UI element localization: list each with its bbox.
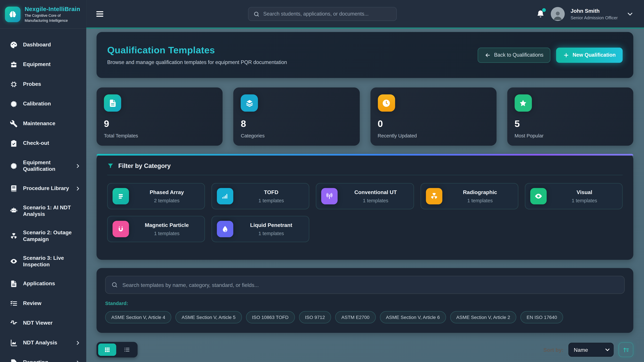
page-title: Qualification Templates: [107, 45, 287, 56]
stat-label: Total Templates: [104, 133, 215, 139]
sidebar-item-ndt-viewer[interactable]: NDT Viewer: [0, 314, 86, 332]
funnel-icon: [107, 162, 114, 169]
eye-icon: [10, 257, 18, 265]
header-right: John Smith Senior Admission Officer: [536, 7, 644, 21]
filter-by-category-panel: Filter by Category Phased Array 2 templa…: [96, 154, 634, 260]
eye-icon: [530, 188, 546, 204]
brand-subtitle: The Cognitive Core of Manufacturing Inte…: [25, 13, 73, 23]
sidebar-item-probes[interactable]: Probes: [0, 76, 86, 93]
clock-icon: [378, 94, 395, 112]
clipboard-check-icon: [10, 140, 18, 147]
notifications-button[interactable]: [536, 9, 545, 18]
new-qualification-button[interactable]: New Qualification: [556, 47, 622, 63]
sidebar-item-maintenance[interactable]: Maintenance: [0, 115, 86, 133]
user-photo: [552, 9, 564, 21]
stat-label: Most Popular: [514, 133, 626, 139]
stat-card-recently-updated: 0 Recently Updated: [370, 87, 496, 146]
arrow-left-icon: [485, 52, 491, 58]
radiation-icon: [426, 188, 442, 204]
user-info[interactable]: John Smith Senior Admission Officer: [570, 7, 618, 20]
stat-card-categories: 8 Categories: [234, 87, 360, 146]
sidebar-item-reporting[interactable]: Reporting: [0, 354, 86, 362]
stat-label: Categories: [241, 133, 352, 139]
sidebar: Nexgile-IntelliBrain The Cognitive Core …: [0, 0, 86, 362]
radiation-icon: [10, 232, 18, 240]
template-search: [105, 276, 625, 294]
back-to-qualifications-button[interactable]: Back to Qualifications: [478, 47, 550, 63]
menu-toggle-button[interactable]: [95, 9, 104, 18]
standard-chip[interactable]: EN ISO 17640: [520, 311, 563, 323]
user-role: Senior Admission Officer: [570, 15, 618, 20]
sort-controls: Sort by: Name: [544, 342, 634, 357]
chip-icon: [10, 80, 18, 88]
stat-card-most-popular: 5 Most Popular: [507, 87, 633, 146]
star-icon: [514, 94, 532, 112]
category-card-magnetic-particle[interactable]: Magnetic Particle 1 templates: [107, 216, 205, 242]
report-icon: [10, 359, 18, 362]
stat-value: 8: [241, 118, 352, 129]
sidebar-item-procedure-library[interactable]: Procedure Library: [0, 179, 86, 197]
sidebar-item-equipment-qualification[interactable]: Equipment Qualification: [0, 154, 86, 177]
standard-chip[interactable]: ISO 9712: [299, 311, 331, 323]
checklist-icon: [10, 300, 18, 308]
main-content: Qualification Templates Browse and manag…: [86, 29, 644, 362]
droplet-icon: [217, 221, 234, 237]
sidebar-item-scenario-1[interactable]: Scenario 1: AI NDT Analysis: [0, 199, 86, 222]
template-search-input[interactable]: [122, 282, 618, 288]
magnet-icon: [112, 221, 129, 237]
standard-chip[interactable]: ASME Section V, Article 4: [105, 311, 172, 323]
standard-chip[interactable]: ASME Section V, Article 6: [380, 311, 446, 323]
page-subtitle: Browse and manage qualification template…: [107, 59, 287, 65]
chart-icon: [10, 339, 18, 347]
grid-icon: [104, 347, 110, 353]
stat-value: 5: [514, 118, 626, 129]
sidebar-item-review[interactable]: Review: [0, 295, 86, 312]
sort-select[interactable]: Name: [568, 343, 614, 357]
standard-chip[interactable]: ASME Section V, Article 2: [450, 311, 516, 323]
antenna-icon: [321, 188, 338, 204]
sort-direction-button[interactable]: [618, 342, 633, 357]
category-card-visual[interactable]: Visual 1 templates: [525, 183, 622, 209]
bar-chart-icon: [217, 188, 234, 204]
chevron-down-icon[interactable]: [627, 10, 633, 17]
stat-value: 0: [378, 118, 489, 129]
standard-chip[interactable]: ISO 10863 TOFD: [246, 311, 295, 323]
sidebar-item-check-out[interactable]: Check-out: [0, 135, 86, 152]
sidebar-item-applications[interactable]: Applications: [0, 275, 86, 293]
divider: [107, 175, 622, 175]
sidebar-item-scenario-2[interactable]: Scenario 2: Outage Campaign: [0, 225, 86, 248]
sidebar-item-calibration[interactable]: Calibration: [0, 95, 86, 113]
sidebar-item-ndt-analysis[interactable]: NDT Analysis: [0, 334, 86, 352]
category-card-conventional-ut[interactable]: Conventional UT 1 templates: [316, 183, 414, 209]
badge-icon: [10, 100, 18, 108]
global-search-input[interactable]: [263, 11, 392, 17]
list-icon: [124, 347, 130, 353]
sidebar-item-scenario-3[interactable]: Scenario 3: Live Inspection: [0, 250, 86, 273]
sort-by-label: Sort by:: [544, 347, 564, 353]
stat-value: 9: [104, 118, 215, 129]
page-header-panel: Qualification Templates Browse and manag…: [96, 32, 634, 78]
sidebar-nav: Dashboard Equipment Probes Calibration M…: [0, 29, 86, 362]
standard-chip[interactable]: ASME Section V, Article 5: [176, 311, 242, 323]
category-card-tofd[interactable]: TOFD 1 templates: [212, 183, 310, 209]
brand: Nexgile-IntelliBrain The Cognitive Core …: [0, 0, 86, 29]
plus-icon: [563, 52, 569, 58]
category-card-liquid-penetrant[interactable]: Liquid Penetrant 1 templates: [212, 216, 310, 242]
chevron-right-icon: [75, 163, 80, 169]
view-toggle: [96, 342, 138, 358]
grid-view-button[interactable]: [98, 344, 116, 356]
list-view-button[interactable]: [118, 344, 136, 356]
list-bars-icon: [112, 188, 129, 204]
category-grid: Phased Array 2 templates TOFD 1 template…: [107, 183, 622, 242]
app-window: Nexgile-IntelliBrain The Cognitive Core …: [0, 0, 644, 362]
avatar[interactable]: [551, 7, 565, 21]
standard-chip[interactable]: ASTM E2700: [335, 311, 376, 323]
sidebar-item-dashboard[interactable]: Dashboard: [0, 36, 86, 54]
category-card-phased-array[interactable]: Phased Array 2 templates: [107, 183, 205, 209]
category-card-radiographic[interactable]: Radiographic 1 templates: [420, 183, 518, 209]
wrench-icon: [10, 120, 18, 128]
notification-badge: [542, 8, 546, 12]
standard-chips: ASME Section V, Article 4 ASME Section V…: [105, 311, 625, 323]
robot-icon: [10, 207, 18, 215]
sidebar-item-equipment[interactable]: Equipment: [0, 56, 86, 73]
